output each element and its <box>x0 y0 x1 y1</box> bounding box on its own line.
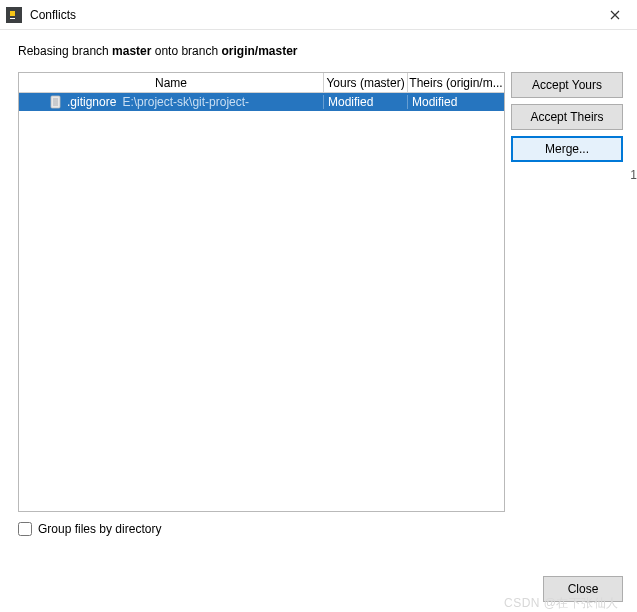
column-header-yours[interactable]: Yours (master) <box>324 73 408 92</box>
group-files-row: Group files by directory <box>18 522 623 536</box>
action-buttons: Accept Yours Accept Theirs Merge... <box>511 72 623 512</box>
file-icon <box>49 95 63 109</box>
desc-local-branch: master <box>112 44 151 58</box>
svg-rect-2 <box>10 18 15 19</box>
group-files-label[interactable]: Group files by directory <box>38 522 161 536</box>
cell-name: .gitignore E:\project-sk\git-project- <box>19 95 324 109</box>
group-files-checkbox[interactable] <box>18 522 32 536</box>
desc-prefix: Rebasing branch <box>18 44 112 58</box>
table-body: .gitignore E:\project-sk\git-project- Mo… <box>19 93 504 511</box>
filename-text: .gitignore <box>67 95 116 109</box>
accept-yours-button[interactable]: Accept Yours <box>511 72 623 98</box>
desc-remote-branch: origin/master <box>221 44 297 58</box>
svg-rect-1 <box>10 11 15 16</box>
description-text: Rebasing branch master onto branch origi… <box>18 44 623 58</box>
dialog-footer: Close <box>543 576 623 602</box>
cell-yours: Modified <box>324 95 408 109</box>
column-header-theirs[interactable]: Theirs (origin/m... <box>408 73 504 92</box>
window-title: Conflicts <box>30 8 595 22</box>
table-row[interactable]: .gitignore E:\project-sk\git-project- Mo… <box>19 93 504 111</box>
close-button[interactable]: Close <box>543 576 623 602</box>
cell-theirs: Modified <box>408 95 504 109</box>
stray-text: 1 <box>630 168 637 182</box>
svg-rect-3 <box>51 96 60 108</box>
table-header: Name Yours (master) Theirs (origin/m... <box>19 73 504 93</box>
column-header-name[interactable]: Name <box>19 73 324 92</box>
titlebar: Conflicts <box>0 0 637 30</box>
filepath-text: E:\project-sk\git-project- <box>122 95 249 109</box>
merge-button[interactable]: Merge... <box>511 136 623 162</box>
accept-theirs-button[interactable]: Accept Theirs <box>511 104 623 130</box>
conflicts-table: Name Yours (master) Theirs (origin/m... … <box>18 72 505 512</box>
desc-middle: onto branch <box>151 44 221 58</box>
close-icon[interactable] <box>595 1 635 29</box>
app-icon <box>6 7 22 23</box>
dialog-content: Rebasing branch master onto branch origi… <box>0 30 637 536</box>
